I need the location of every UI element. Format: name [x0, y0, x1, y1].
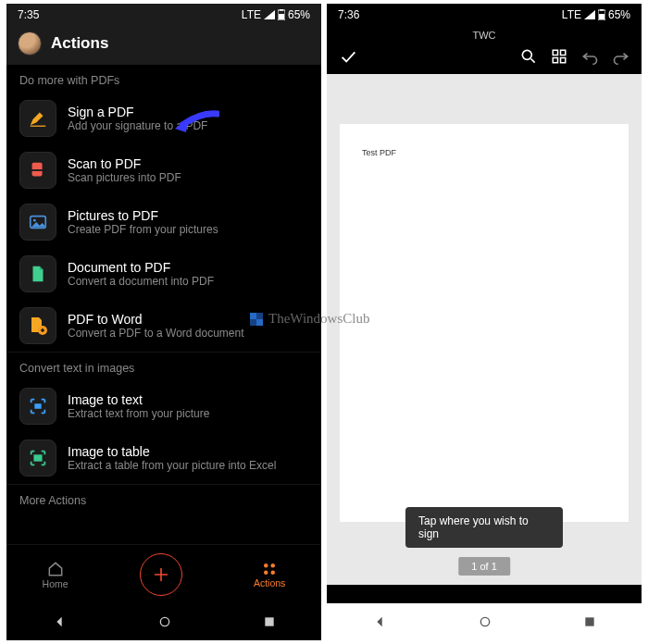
signal-icon	[584, 10, 595, 19]
action-title: Pictures to PDF	[68, 208, 218, 223]
svg-rect-1	[280, 9, 283, 11]
svg-rect-15	[265, 617, 273, 625]
svg-rect-28	[250, 319, 256, 326]
plus-icon	[151, 564, 171, 585]
tab-label: Actions	[254, 577, 285, 588]
android-nav	[327, 603, 642, 640]
tab-label: Home	[43, 578, 69, 589]
svg-rect-26	[250, 313, 256, 319]
action-scan-pdf[interactable]: Scan to PDF Scan pictures into PDF	[6, 144, 321, 196]
pen-icon	[19, 100, 56, 137]
pdf-sample-text: Test PDF	[362, 148, 606, 157]
action-image-text[interactable]: Image to text Extract text from your pic…	[6, 380, 321, 432]
doc-convert-icon	[19, 307, 56, 344]
action-title: Document to PDF	[68, 260, 214, 275]
image-text-icon	[19, 388, 56, 425]
svg-rect-9	[34, 455, 41, 461]
fab-add[interactable]	[140, 553, 182, 596]
action-sign-pdf[interactable]: Sign a PDF Add your signature to a PDF	[6, 93, 321, 144]
sign-toolbar	[327, 41, 642, 76]
action-title: Scan to PDF	[68, 156, 181, 171]
signal-icon	[264, 10, 275, 19]
status-battery: 65%	[608, 8, 630, 21]
svg-rect-4	[31, 169, 46, 171]
action-subtitle: Create PDF from your pictures	[68, 223, 218, 236]
action-title: Image to text	[68, 392, 209, 407]
battery-icon	[278, 9, 285, 20]
search-icon[interactable]	[519, 47, 538, 66]
action-subtitle: Convert a PDF to a Word document	[68, 327, 244, 340]
svg-rect-27	[256, 313, 263, 319]
grid-icon	[261, 561, 278, 577]
document-title: TWC	[327, 26, 642, 41]
svg-point-19	[522, 50, 531, 59]
action-subtitle: Convert a document into PDF	[68, 275, 214, 288]
watermark: TheWindowsClub	[250, 311, 369, 327]
avatar[interactable]	[18, 31, 42, 56]
svg-rect-17	[600, 9, 604, 11]
svg-rect-2	[279, 14, 284, 19]
action-subtitle: Add your signature to a PDF	[68, 119, 207, 132]
svg-rect-8	[35, 404, 41, 408]
tab-home[interactable]: Home	[43, 560, 69, 589]
battery-icon	[598, 9, 605, 20]
status-time: 7:36	[338, 8, 359, 21]
svg-point-24	[480, 617, 489, 625]
status-bar: 7:36 LTE 65%	[327, 4, 642, 26]
app-header: Actions	[6, 26, 321, 65]
sign-toast: Tap where you wish to sign	[405, 507, 563, 548]
svg-rect-20	[553, 50, 557, 55]
status-right: LTE 65%	[242, 8, 310, 21]
status-right: LTE 65%	[562, 8, 630, 21]
status-time: 7:35	[18, 8, 39, 21]
picture-icon	[19, 204, 56, 241]
nav-home-icon[interactable]	[157, 614, 172, 629]
nav-recent-icon[interactable]	[263, 615, 276, 628]
action-subtitle: Extract a table from your picture into E…	[68, 459, 276, 472]
action-title: PDF to Word	[68, 312, 244, 327]
status-network: LTE	[562, 8, 581, 21]
svg-point-12	[264, 570, 268, 575]
phone-right-signer: 7:36 LTE 65% TWC Test PDF Tap where you …	[327, 4, 642, 640]
tab-actions[interactable]: Actions	[254, 561, 285, 588]
image-table-icon	[19, 440, 56, 477]
action-title: Image to table	[68, 444, 276, 459]
svg-point-6	[33, 219, 36, 222]
svg-point-10	[264, 564, 268, 568]
confirm-icon[interactable]	[338, 46, 358, 67]
home-icon	[46, 560, 65, 578]
watermark-logo-icon	[250, 313, 263, 326]
svg-rect-18	[599, 14, 604, 19]
svg-point-14	[160, 617, 168, 625]
status-network: LTE	[242, 8, 261, 21]
svg-point-13	[271, 570, 276, 575]
section-header-more: More Actions	[6, 484, 321, 513]
undo-icon[interactable]	[580, 47, 599, 66]
section-header-pdfs: Do more with PDFs	[6, 65, 321, 93]
doc-icon	[19, 255, 56, 292]
watermark-text: TheWindowsClub	[268, 311, 369, 327]
action-image-table[interactable]: Image to table Extract a table from your…	[6, 432, 321, 484]
redo-icon[interactable]	[612, 47, 630, 66]
svg-rect-23	[561, 58, 566, 63]
svg-rect-25	[585, 617, 593, 625]
pdf-page[interactable]: Test PDF	[340, 124, 629, 522]
action-pictures-pdf[interactable]: Pictures to PDF Create PDF from your pic…	[6, 196, 321, 248]
action-doc-pdf[interactable]: Document to PDF Convert a document into …	[6, 248, 321, 300]
status-battery: 65%	[288, 8, 310, 21]
android-nav	[6, 603, 321, 640]
svg-point-11	[271, 564, 276, 568]
bottom-tab-bar: Home Actions	[6, 544, 321, 603]
page-indicator: 1 of 1	[458, 557, 510, 576]
nav-back-icon[interactable]	[372, 614, 387, 629]
action-subtitle: Extract text from your picture	[68, 407, 209, 420]
status-bar: 7:35 LTE 65%	[6, 4, 321, 26]
scan-icon	[19, 152, 56, 189]
grid-view-icon[interactable]	[551, 48, 567, 65]
nav-recent-icon[interactable]	[583, 615, 596, 628]
nav-home-icon[interactable]	[478, 614, 492, 629]
svg-rect-21	[561, 50, 566, 55]
section-header-images: Convert text in images	[6, 352, 321, 380]
svg-rect-22	[553, 58, 557, 63]
nav-back-icon[interactable]	[52, 614, 67, 629]
